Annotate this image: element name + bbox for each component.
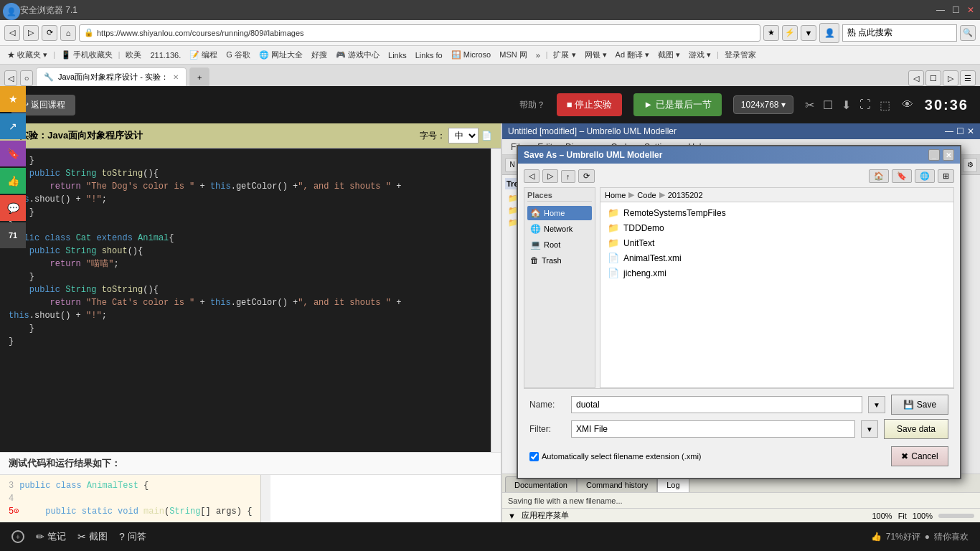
place-network[interactable]: 🌐 Network [527,222,592,236]
notes-button[interactable]: ✏ 笔记 [36,530,66,543]
nav-reload-btn[interactable]: ⟳ [578,169,595,183]
bookmark-mobile[interactable]: 📱 手机收藏夹 [58,48,116,62]
dialog-minimize-btn[interactable]: _ [928,149,940,161]
refresh-button[interactable]: ⟳ [42,25,57,41]
recommend-text[interactable]: 猜你喜欢 [934,531,969,543]
favorites-button[interactable]: ★ [763,25,779,41]
tab-add[interactable]: + [189,67,209,86]
uml-close[interactable]: ✕ [967,126,974,136]
lightning-button[interactable]: ⚡ [782,25,798,41]
add-button[interactable]: + [11,530,24,543]
bookmark-linksfo[interactable]: Links fo [413,50,446,61]
side-icon-thumbup[interactable]: 👍 [0,168,26,194]
side-icon-star[interactable]: ★ [0,86,26,112]
close-icon[interactable]: ✕ [967,5,974,15]
nav-bookmark-btn[interactable]: 🔖 [892,169,912,183]
fullscreen-icon[interactable]: ⛶ [859,98,871,111]
bookmark-sites[interactable]: 🌐 网址大全 [256,48,306,62]
bookmark-links[interactable]: Links [385,50,410,61]
restore-icon[interactable]: ☐ [952,5,960,15]
save-button[interactable]: 💾 Save [891,395,948,415]
font-size-select[interactable]: 中 [448,128,479,143]
bookmark-favorites[interactable]: ★ 收藏夹 ▾ [4,48,50,62]
cancel-button[interactable]: ✖ Cancel [891,446,948,466]
code-scrollbar[interactable] [491,149,501,452]
back-button[interactable]: ◁ [4,25,20,41]
breadcrumb-code[interactable]: Code [637,191,656,199]
nav-view-btn[interactable]: ⊞ [938,169,954,183]
nav-network-btn[interactable]: 🌐 [915,169,935,183]
image-icon[interactable]: ☐ [823,98,833,112]
minimize-icon[interactable]: — [936,5,945,15]
uml-restore[interactable]: ☐ [956,126,964,136]
nav-home-btn[interactable]: 🏠 [869,169,889,183]
last-section-button[interactable]: ► 已是最后一节 [633,93,721,116]
help-button[interactable]: 帮助？ [519,99,545,111]
scissors-icon[interactable]: ✂ [805,98,814,112]
save-data-button[interactable]: Save data [884,419,948,439]
filter-input[interactable] [571,420,855,438]
file-jicheng[interactable]: 📄 jicheng.xmi [603,265,951,281]
bookmark-ext[interactable]: 扩展 ▾ [550,48,578,62]
bookmark-ms[interactable]: 🪟 Microso [448,49,494,61]
name-dropdown[interactable]: ▼ [868,396,885,413]
search-box[interactable]: 熟 点此搜索 [842,24,957,42]
bookmark-code[interactable]: 📝 编程 [187,48,220,62]
nav-back-btn[interactable]: ◁ [524,169,540,183]
bookmark-google[interactable]: G 谷歌 [223,48,253,62]
tab-java[interactable]: 🔧 Java面向对象程序设计 - 实验： ✕ [36,67,187,86]
resolution-select[interactable]: 1024x768 ▾ [733,95,793,114]
file-unittest[interactable]: 📁 UnitText [603,235,951,250]
zoom-slider[interactable] [938,514,974,518]
tab-settings-btn[interactable]: ☰ [960,70,976,86]
bookmark-login[interactable]: 登录管家 [722,48,759,62]
user-icon-btn[interactable]: 👤 [819,23,839,43]
bookmark-msn[interactable]: MSN 网 [496,48,530,62]
filter-dropdown[interactable]: ▼ [861,420,878,438]
file-tdddemo[interactable]: 📁 TDDDemo [603,220,951,235]
bookmark-ip[interactable]: 211.136. [147,50,184,61]
bookmark-translate[interactable]: Ad 翻译 ▾ [613,48,653,62]
nav-forward-btn[interactable]: ▷ [542,169,558,183]
eye-icon[interactable]: 👁 [902,98,913,111]
nav-up-btn[interactable]: ↑ [561,170,575,183]
home-button[interactable]: ⌂ [60,25,76,41]
prev-tab-button[interactable]: ◁ [4,70,17,86]
place-trash[interactable]: 🗑 Trash [527,253,592,268]
bookmark-europe[interactable]: 欧美 [123,48,144,62]
place-home[interactable]: 🏠 Home [527,206,592,220]
side-icon-bookmark[interactable]: 🔖 [0,141,26,166]
app-menu-label[interactable]: 应用程序菜单 [522,510,569,521]
new-tab-button2[interactable]: ○ [20,70,33,86]
download-icon[interactable]: ⬇ [842,98,851,112]
address-bar[interactable]: 🔒 https://www.shiyanlou.com/courses/runn… [79,24,760,42]
bookmark-games[interactable]: 🎮 游戏中心 [333,48,382,62]
forward-button[interactable]: ▷ [23,25,39,41]
tab-forward-btn[interactable]: ▷ [943,70,958,86]
tab-prev-btn[interactable]: ◁ [908,70,924,86]
bookmark-banking[interactable]: 网银 ▾ [582,48,610,62]
name-input[interactable] [571,396,862,413]
question-button[interactable]: ? 问答 [119,530,146,543]
bookmark-search[interactable]: 好搜 [308,48,330,62]
side-icon-chat[interactable]: 💬 [0,195,26,221]
tab-close-icon[interactable]: ✕ [173,73,179,81]
bookmark-more[interactable]: » [533,50,543,61]
search-button[interactable]: 🔍 [960,25,976,41]
auto-ext-checkbox[interactable] [529,452,539,461]
dropdown-button[interactable]: ▼ [801,25,816,41]
place-root[interactable]: 💻 Root [527,237,592,252]
screenshot-button[interactable]: ✂ 截图 [77,530,108,543]
tab-nav-btn2[interactable]: ☐ [925,70,941,86]
bookmark-games2[interactable]: 游戏 ▾ [686,48,714,62]
side-icon-share[interactable]: ↗ [0,113,26,139]
uml-minimize[interactable]: — [945,126,953,136]
breadcrumb-id[interactable]: 20135202 [668,191,703,199]
file-remotesystems[interactable]: 📁 RemoteSystemsTempFiles [603,205,951,220]
stop-experiment-button[interactable]: ■ 停止实验 [557,93,622,116]
test-scrollbar[interactable] [260,475,270,522]
toolbar-settings[interactable]: ⚙ [963,158,977,172]
bookmark-screenshot[interactable]: 截图 ▾ [655,48,683,62]
file-animaltest[interactable]: 📄 AnimalTest.xmi [603,250,951,265]
breadcrumb-home[interactable]: Home [605,191,626,199]
